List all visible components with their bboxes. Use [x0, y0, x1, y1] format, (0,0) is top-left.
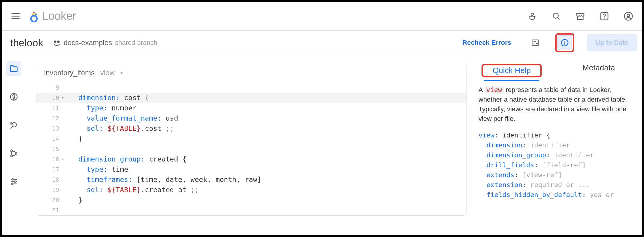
line-number: 20 [36, 195, 62, 205]
chevron-down-icon: ▼ [120, 70, 124, 75]
panel-tabs: Quick Help Metadata [468, 55, 642, 77]
svg-point-22 [12, 183, 13, 185]
side-panel: Quick Help Metadata A view represents a … [468, 55, 642, 235]
search-icon[interactable] [551, 11, 562, 22]
svg-point-20 [12, 179, 14, 180]
help-intro-code: view [485, 86, 504, 94]
code-line[interactable]: 10▾ dimension: cost { [36, 93, 466, 103]
fold-icon[interactable]: ▾ [62, 93, 67, 103]
help-icon[interactable] [599, 11, 610, 22]
quick-help-tab-highlight: Quick Help [481, 64, 542, 77]
project-bar: thelook docs-examples shared branch Rech… [2, 31, 642, 55]
tab-metadata[interactable]: Metadata [574, 58, 623, 77]
line-number: 15 [36, 144, 62, 154]
code-content: timeframes: [time, date, week, month, ra… [67, 174, 466, 185]
code-content: type: number [67, 103, 466, 113]
object-browser-icon[interactable] [6, 89, 21, 104]
line-number: 19 [36, 185, 62, 195]
svg-point-10 [54, 40, 56, 43]
settings-icon[interactable] [6, 174, 21, 189]
code-content: value_format_name: usd [67, 113, 466, 123]
brand-name: Looker [42, 10, 76, 23]
learning-icon[interactable] [527, 11, 538, 22]
left-rail [2, 55, 26, 235]
find-replace-icon[interactable] [6, 118, 21, 133]
svg-rect-12 [532, 40, 539, 46]
code-line[interactable]: 14 } [36, 134, 466, 144]
code-content: } [67, 195, 466, 205]
svg-point-19 [15, 152, 17, 154]
branch-selector[interactable]: docs-examples shared branch [53, 38, 157, 47]
code-line[interactable]: 16▾ dimension_group: created { [36, 154, 466, 164]
svg-point-3 [31, 16, 37, 22]
svg-point-1 [35, 13, 37, 15]
line-number: 17 [36, 164, 62, 174]
svg-point-21 [15, 181, 16, 183]
code-line[interactable]: 11 type: number [36, 103, 466, 113]
marketplace-icon[interactable] [575, 11, 586, 22]
svg-point-7 [604, 18, 605, 19]
project-health-icon[interactable] [528, 35, 542, 50]
code-line[interactable]: 19 sql: ${TABLE}.created_at ;; [36, 185, 466, 195]
hamburger-menu-icon[interactable] [10, 11, 21, 22]
code-line[interactable]: 18 timeframes: [time, date, week, month,… [36, 174, 466, 185]
svg-point-17 [11, 150, 12, 152]
line-number: 10 [36, 93, 62, 103]
help-intro: A view represents a table of data in Loo… [478, 85, 633, 124]
panel-body: A view represents a table of data in Loo… [468, 77, 642, 200]
line-number: 14 [36, 134, 62, 144]
code-block[interactable]: 910▾ dimension: cost {11 type: number12 … [36, 82, 466, 215]
fold-icon[interactable]: ▾ [62, 154, 67, 164]
code-line[interactable]: 15 [36, 144, 466, 154]
branch-name: docs-examples [64, 38, 112, 47]
editor: inventory_items.view ▼ 910▾ dimension: c… [26, 55, 468, 235]
recheck-errors-button[interactable]: Recheck Errors [458, 39, 515, 47]
line-number: 11 [36, 103, 62, 113]
git-actions-icon[interactable] [6, 146, 21, 161]
line-number: 21 [36, 205, 62, 215]
file-browser-icon[interactable] [6, 61, 21, 76]
code-content: type: time [67, 164, 466, 174]
code-content: dimension: cost { [67, 93, 466, 103]
svg-point-8 [624, 12, 633, 20]
code-content: } [67, 134, 466, 144]
help-intro-prefix: A [478, 86, 485, 94]
git-status-button[interactable]: Up to Date [587, 34, 637, 51]
help-example-code: view: identifier { dimension: identifier… [478, 130, 633, 200]
info-icon[interactable] [557, 35, 572, 50]
line-number: 16 [36, 154, 62, 164]
branch-subtitle: shared branch [115, 39, 157, 47]
info-button-highlight [555, 33, 574, 52]
looker-logo[interactable]: Looker [29, 10, 76, 23]
project-name[interactable]: thelook [10, 37, 43, 49]
file-extension: .view [98, 69, 115, 77]
code-line[interactable]: 12 value_format_name: usd [36, 113, 466, 123]
svg-point-0 [33, 12, 35, 13]
code-content: sql: ${TABLE}.created_at ;; [67, 185, 466, 195]
svg-point-14 [564, 41, 565, 42]
code-line[interactable]: 21 [36, 205, 466, 215]
topbar: Looker [2, 2, 642, 31]
code-line[interactable]: 17 type: time [36, 164, 466, 174]
code-content: dimension_group: created { [67, 154, 466, 164]
code-line[interactable]: 9 [36, 82, 466, 93]
svg-point-11 [57, 40, 60, 43]
svg-point-18 [11, 155, 12, 157]
code-line[interactable]: 20 } [36, 195, 466, 205]
svg-point-9 [627, 14, 630, 17]
code-content: sql: ${TABLE}.cost ;; [67, 123, 466, 134]
account-icon[interactable] [623, 11, 634, 22]
code-line[interactable]: 13 sql: ${TABLE}.cost ;; [36, 123, 466, 134]
svg-point-16 [12, 122, 17, 127]
line-number: 12 [36, 113, 62, 123]
line-number: 9 [36, 82, 62, 93]
file-tab[interactable]: inventory_items.view ▼ [36, 63, 466, 82]
line-number: 18 [36, 174, 62, 185]
line-number: 13 [36, 123, 62, 134]
file-basename: inventory_items [44, 69, 95, 77]
svg-point-4 [531, 13, 533, 15]
